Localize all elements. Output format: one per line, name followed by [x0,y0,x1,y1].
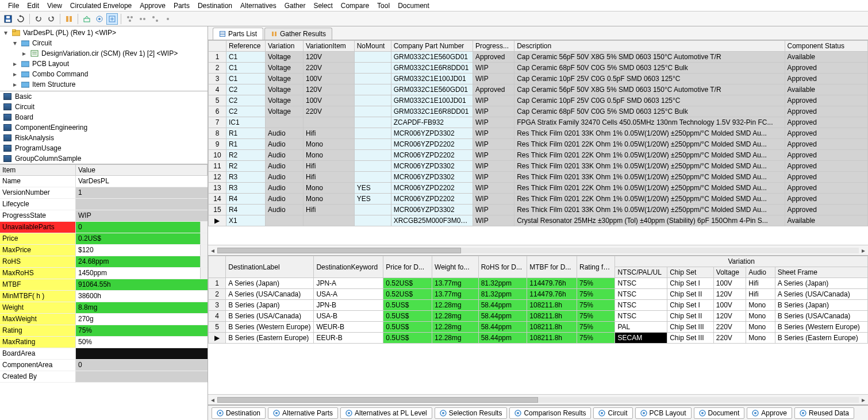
prop-value[interactable]: WIP [76,210,208,222]
cell[interactable]: Res Thick Film 0201 33K Ohm 1% 0.05W(1/2… [514,161,785,172]
cell[interactable]: 75% [577,322,615,333]
cell[interactable] [354,172,391,183]
cell[interactable]: GRM0332C1E560GD01 [391,52,473,63]
cell[interactable]: 108211.8h [527,300,577,311]
view-riskanalysis[interactable]: RiskAnalysis [0,133,208,143]
prop-value[interactable] [76,371,208,383]
cell[interactable]: 75% [577,300,615,311]
cell[interactable]: A Series (USA/Canada) [226,289,314,300]
cell[interactable]: 100V [713,278,746,289]
cell[interactable] [354,205,391,215]
cell[interactable]: 100V [304,74,355,84]
save-icon[interactable] [2,13,14,25]
cell[interactable]: 81.32ppm [478,289,527,300]
cell[interactable]: 114479.76h [527,289,577,300]
cell[interactable]: Approved [785,106,867,117]
rownum-header[interactable] [209,41,226,52]
table-row[interactable]: 4B Series (USA/Canada)USA-B0.5US$12.28mg… [209,311,868,322]
cell[interactable] [354,52,391,63]
cell[interactable]: Approved [473,84,514,95]
cell[interactable]: 12.28mg [432,333,479,344]
prop-row[interactable]: Weight8.8mg [0,302,208,314]
cell[interactable] [304,117,355,128]
cell[interactable]: 75% [577,311,615,322]
cell[interactable]: 100V [304,95,355,106]
col-destkw[interactable]: DestinationKeyword [314,256,383,278]
tool-icon-5[interactable] [124,13,136,25]
cell[interactable]: 108211.8h [527,311,577,322]
cell[interactable]: WIP [473,183,514,194]
col-variationitem[interactable]: VariationItem [304,41,355,52]
prop-row[interactable]: MaxPrice$120 [0,245,208,256]
tool-icon-3[interactable] [94,13,105,25]
cell[interactable] [354,161,391,172]
cell[interactable]: Cap Ceramic 68pF 50V C0G 5% SMD 0603 125… [514,106,785,117]
prop-value[interactable]: 50% [76,337,208,348]
cell[interactable]: Approved [785,161,867,172]
table-row[interactable]: 1C1Voltage120VGRM0332C1E560GD01ApprovedC… [209,52,868,63]
cell[interactable]: Mono [746,300,775,311]
cell[interactable] [354,95,391,106]
row-header[interactable]: 4 [209,84,226,95]
cell[interactable]: Cap Ceramic 10pF 25V C0G 0.5pF SMD 0603 … [514,95,785,106]
col-weight[interactable]: Weight fo... [432,256,479,278]
cell[interactable]: SECAM [615,333,667,344]
cell[interactable]: Approved [785,172,867,183]
cell[interactable] [354,74,391,84]
menu-destination[interactable]: Destination [194,2,236,10]
cell[interactable]: 120V [304,84,355,95]
cell[interactable]: Mono [304,150,355,161]
cell[interactable]: Mono [304,194,355,205]
cell[interactable]: R2 [226,150,265,161]
cell[interactable]: Approved [785,150,867,161]
btab-selection-results[interactable]: Selection Results [435,407,508,419]
col-nomount[interactable]: NoMount [354,41,391,52]
cell[interactable]: WIP [473,106,514,117]
cell[interactable]: MCR006YZPD3302 [391,161,473,172]
cell[interactable]: Mono [746,333,775,344]
btab-reused-data[interactable]: Reused Data [794,407,854,419]
cell[interactable]: R3 [226,183,265,194]
cell[interactable]: WIP [473,95,514,106]
table-row[interactable]: 5B Series (Western Europe)WEUR-B0.5US$12… [209,322,868,333]
cell[interactable]: 0.5US$ [383,322,432,333]
cell[interactable]: 12.28mg [432,311,479,322]
col-progress-[interactable]: Progress... [473,41,514,52]
view-groupcolumnsample[interactable]: GroupColumnSample [0,153,208,164]
row-header[interactable]: 2 [209,289,226,300]
cell[interactable] [354,215,391,226]
cell[interactable]: Hifi [304,128,355,139]
cell[interactable]: Approved [785,194,867,205]
menu-file[interactable]: File [5,2,22,10]
col-volt[interactable]: Voltage [713,267,746,278]
menu-select[interactable]: Select [310,2,336,10]
cell[interactable]: Approved [785,95,867,106]
cell[interactable] [354,106,391,117]
prop-row[interactable]: MinMTBF( h )38600h [0,291,208,302]
cell[interactable]: C2 [226,95,265,106]
prop-value[interactable]: 24.68ppm [76,256,208,268]
cell[interactable]: WIP [473,63,514,74]
menu-circulated-envelope[interactable]: Circulated Envelope [67,2,135,10]
cell[interactable]: B Series (Western Europe) [775,322,867,333]
refresh-icon[interactable] [15,13,26,25]
cell[interactable]: FPGA Stratix Family 32470 Cells 450.05MH… [514,117,785,128]
col-mtbf[interactable]: MTBF for D... [527,256,577,278]
cell[interactable]: Approved [785,139,867,150]
row-header[interactable]: 5 [209,322,226,333]
menu-compare[interactable]: Compare [337,2,372,10]
cell[interactable]: 100V [713,300,746,311]
cell[interactable]: MCR006YZPD2202 [391,150,473,161]
table-row[interactable]: 9R1AudioMonoMCR006YZPD2202WIPRes Thick F… [209,139,868,150]
cell[interactable]: WIP [473,117,514,128]
col-variation[interactable]: Variation [266,41,304,52]
cell[interactable]: Approved [785,128,867,139]
cell[interactable]: 120V [713,289,746,300]
cell[interactable]: 220V [713,322,746,333]
cell[interactable]: JPN-A [314,278,383,289]
prop-row[interactable]: ComponentArea0 [0,360,208,371]
cell[interactable]: IC1 [226,117,265,128]
cell[interactable]: B Series (Japan) [226,300,314,311]
cell[interactable]: 108211.8h [527,322,577,333]
cell[interactable]: Chip Set III [667,333,714,344]
